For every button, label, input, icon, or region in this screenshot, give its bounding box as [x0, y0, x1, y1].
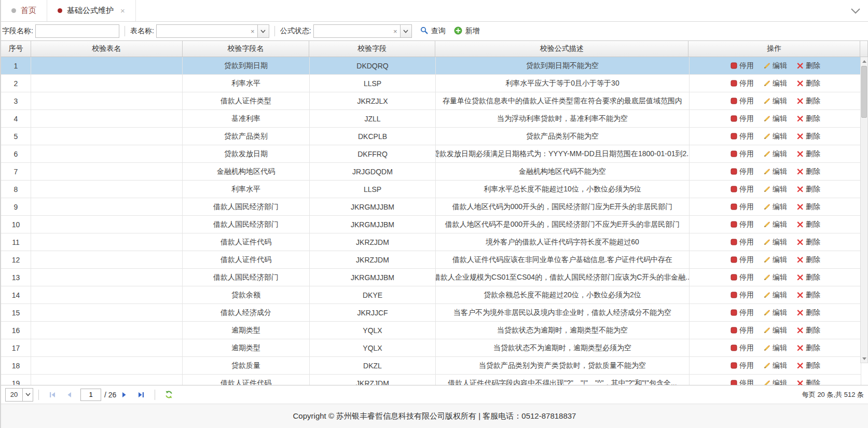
col-header-field-name[interactable]: 校验字段名 — [183, 41, 310, 57]
table-row[interactable]: 5贷款产品类别DKCPLB贷款产品类别不能为空停用编辑删除 — [1, 128, 868, 145]
delete-button[interactable]: 删除 — [796, 361, 820, 370]
edit-button[interactable]: 编辑 — [763, 273, 787, 282]
disable-button[interactable]: 停用 — [730, 326, 754, 335]
delete-button[interactable]: 删除 — [796, 96, 820, 106]
table-row[interactable]: 8利率水平LLSP利率水平总长度不能超过10位，小数位必须为5位停用编辑删除 — [1, 181, 868, 198]
edit-button[interactable]: 编辑 — [763, 220, 787, 229]
table-row[interactable]: 16逾期类型YQLX当贷款状态为逾期时，逾期类型不能为空停用编辑删除 — [1, 322, 868, 339]
disable-button[interactable]: 停用 — [730, 361, 754, 370]
edit-button[interactable]: 编辑 — [763, 167, 787, 176]
last-page-icon[interactable] — [136, 390, 146, 399]
col-header-field[interactable]: 校验字段 — [309, 41, 435, 57]
table-row[interactable]: 10借款人国民经济部门JKRGMJJBM借款人地区代码不是000开头的，国民经济… — [1, 216, 868, 233]
delete-button[interactable]: 删除 — [796, 114, 820, 123]
tab-formula-maintenance[interactable]: 基础公式维护 × — [47, 0, 136, 21]
table-row[interactable]: 2利率水平LLSP利率水平应大于等于0且小于等于30停用编辑删除 — [1, 75, 868, 92]
disable-button[interactable]: 停用 — [730, 379, 754, 385]
edit-button[interactable]: 编辑 — [763, 291, 787, 300]
table-row[interactable]: 15借款人经济成分JKRJJCF当客户不为境外非居民以及境内非企业时，借款人经济… — [1, 304, 868, 322]
chevron-down-icon[interactable] — [257, 25, 269, 37]
table-row[interactable]: 3借款人证件类型JKRZJLX存量单位贷款信息表中的借款人证件类型需在符合要求的… — [1, 92, 868, 110]
delete-button[interactable]: 删除 — [796, 132, 820, 141]
disable-button[interactable]: 停用 — [730, 185, 754, 194]
edit-button[interactable]: 编辑 — [763, 79, 787, 88]
scrollbar-thumb[interactable] — [861, 66, 867, 118]
delete-button[interactable]: 删除 — [796, 379, 820, 385]
delete-button[interactable]: 删除 — [796, 308, 820, 317]
table-row[interactable]: 17逾期类型YQLX当贷款状态不为逾期时，逾期类型必须为空停用编辑删除 — [1, 339, 868, 357]
delete-button[interactable]: 删除 — [796, 220, 820, 229]
page-size-select[interactable]: 20 — [5, 388, 33, 402]
clear-icon[interactable]: × — [391, 25, 400, 37]
edit-button[interactable]: 编辑 — [763, 343, 787, 353]
delete-button[interactable]: 删除 — [796, 273, 820, 282]
clear-icon[interactable]: × — [248, 25, 257, 37]
delete-button[interactable]: 删除 — [796, 185, 820, 194]
formula-status-input[interactable] — [314, 25, 391, 37]
edit-button[interactable]: 编辑 — [763, 361, 787, 370]
delete-button[interactable]: 删除 — [796, 61, 820, 71]
col-header-ops[interactable]: 操作 — [688, 41, 860, 57]
prev-page-icon[interactable] — [64, 390, 74, 399]
disable-button[interactable]: 停用 — [730, 132, 754, 141]
table-row[interactable]: 12借款人证件代码JKRZJDM借款人证件代码应该在非同业单位客户基础信息.客户… — [1, 251, 868, 269]
field-name-input[interactable] — [35, 24, 119, 38]
edit-button[interactable]: 编辑 — [763, 326, 787, 335]
edit-button[interactable]: 编辑 — [763, 96, 787, 106]
table-row[interactable]: 7金融机构地区代码JRJGDQDM金融机构地区代码不能为空停用编辑删除 — [1, 163, 868, 181]
disable-button[interactable]: 停用 — [730, 202, 754, 212]
disable-button[interactable]: 停用 — [730, 79, 754, 88]
disable-button[interactable]: 停用 — [730, 308, 754, 317]
edit-button[interactable]: 编辑 — [763, 114, 787, 123]
disable-button[interactable]: 停用 — [730, 167, 754, 176]
edit-button[interactable]: 编辑 — [763, 185, 787, 194]
edit-button[interactable]: 编辑 — [763, 238, 787, 247]
page-number-input[interactable] — [80, 389, 101, 401]
scroll-down-icon[interactable] — [861, 354, 867, 363]
edit-button[interactable]: 编辑 — [763, 149, 787, 159]
table-row[interactable]: 9借款人国民经济部门JKRGMJJBM借款人地区代码为000开头的，国民经济部门… — [1, 198, 868, 216]
disable-button[interactable]: 停用 — [730, 291, 754, 300]
disable-button[interactable]: 停用 — [730, 149, 754, 159]
edit-button[interactable]: 编辑 — [763, 379, 787, 385]
disable-button[interactable]: 停用 — [730, 96, 754, 106]
tab-close-icon[interactable]: × — [120, 6, 125, 15]
tab-overflow-chevron-icon[interactable] — [850, 0, 861, 22]
query-button[interactable]: 查询 — [420, 26, 446, 36]
tab-home[interactable]: 首页 — [1, 0, 47, 21]
disable-button[interactable]: 停用 — [730, 114, 754, 123]
delete-button[interactable]: 删除 — [796, 291, 820, 300]
table-row[interactable]: 14贷款余额DKYE贷款余额总长度不能超过20位，小数位必须为2位停用编辑删除 — [1, 286, 868, 304]
first-page-icon[interactable] — [48, 390, 57, 399]
chevron-down-icon[interactable] — [22, 389, 33, 401]
disable-button[interactable]: 停用 — [730, 220, 754, 229]
scroll-up-icon[interactable] — [861, 57, 867, 65]
edit-button[interactable]: 编辑 — [763, 61, 787, 71]
disable-button[interactable]: 停用 — [730, 343, 754, 353]
edit-button[interactable]: 编辑 — [763, 255, 787, 265]
table-row[interactable]: 18贷款质量DKZL当贷款产品类别为资产类贷款时，贷款质量不能为空停用编辑删除 — [1, 357, 868, 375]
disable-button[interactable]: 停用 — [730, 273, 754, 282]
table-row[interactable]: 4基准利率JZLL当为浮动利率贷款时，基准利率不能为空停用编辑删除 — [1, 110, 868, 128]
table-row[interactable]: 11借款人证件代码JKRZJDM境外客户的借款人证件代码字符长度不能超过60停用… — [1, 233, 868, 251]
vertical-scrollbar[interactable] — [860, 57, 868, 363]
delete-button[interactable]: 删除 — [796, 79, 820, 88]
edit-button[interactable]: 编辑 — [763, 202, 787, 212]
col-header-table-name[interactable]: 校验表名 — [31, 41, 183, 57]
next-page-icon[interactable] — [120, 390, 129, 399]
edit-button[interactable]: 编辑 — [763, 132, 787, 141]
delete-button[interactable]: 删除 — [796, 255, 820, 265]
refresh-icon[interactable] — [164, 390, 173, 399]
col-header-desc[interactable]: 校验公式描述 — [435, 41, 688, 57]
table-row[interactable]: 19借款人证件代码JKRZJDM借款人证件代码字段内容中不得出现"?"、"!"、… — [1, 375, 868, 385]
delete-button[interactable]: 删除 — [796, 202, 820, 212]
table-row[interactable]: 1贷款到期日期DKDQRQ贷款到期日期不能为空停用编辑删除 — [1, 57, 868, 75]
table-row[interactable]: 6贷款发放日期DKFFRQ贷款发放日期必须满足日期格式为：YYYY-MM-DD且… — [1, 145, 868, 163]
disable-button[interactable]: 停用 — [730, 238, 754, 247]
delete-button[interactable]: 删除 — [796, 149, 820, 159]
delete-button[interactable]: 删除 — [796, 167, 820, 176]
table-name-input[interactable] — [157, 25, 248, 37]
delete-button[interactable]: 删除 — [796, 343, 820, 353]
table-row[interactable]: 13借款人国民经济部门JKRGMJJBM借款人企业规模为CS01至CS04的，借… — [1, 269, 868, 286]
chevron-down-icon[interactable] — [400, 25, 411, 37]
